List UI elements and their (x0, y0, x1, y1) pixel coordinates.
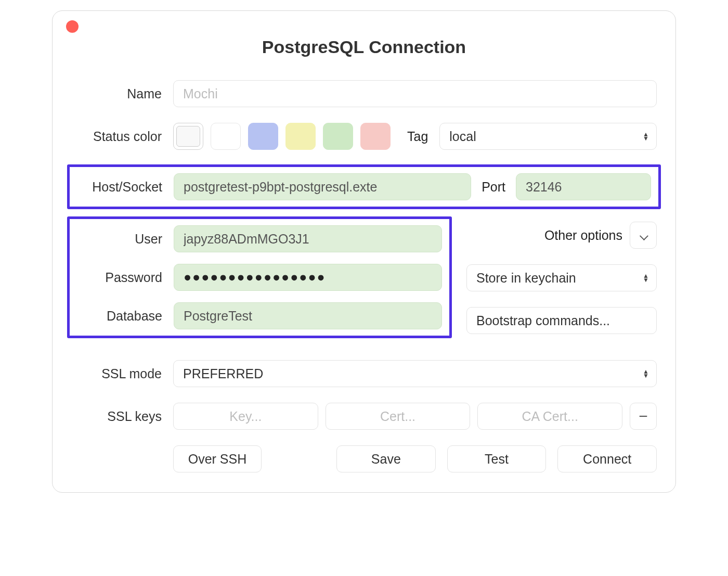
color-swatch-yellow[interactable] (285, 123, 316, 150)
test-button[interactable]: Test (447, 445, 547, 472)
name-input[interactable] (173, 80, 657, 107)
database-input[interactable] (174, 302, 442, 329)
ssl-cert-button[interactable]: Cert... (326, 403, 471, 430)
tag-label: Tag (407, 129, 428, 144)
user-label: User (72, 232, 174, 247)
bootstrap-commands-button[interactable]: Bootstrap commands... (466, 307, 657, 334)
ssl-mode-value: PREFERRED (183, 366, 263, 381)
chevron-down-icon (640, 228, 646, 243)
tag-value: local (449, 129, 476, 144)
host-input[interactable] (174, 173, 471, 200)
port-input[interactable] (516, 173, 651, 200)
minus-icon: − (639, 408, 648, 424)
database-label: Database (72, 309, 174, 324)
ssl-keys-remove-button[interactable]: − (630, 403, 657, 430)
color-swatch-white[interactable] (211, 123, 241, 150)
updown-icon: ▲▼ (643, 274, 649, 282)
name-label: Name (71, 86, 173, 101)
close-window-button[interactable] (66, 20, 79, 33)
password-input[interactable]: ●●●●●●●●●●●●●●●● (174, 264, 442, 291)
host-label: Host/Socket (72, 180, 174, 195)
port-label: Port (478, 180, 509, 195)
save-button[interactable]: Save (336, 445, 436, 472)
updown-icon: ▲▼ (643, 369, 649, 378)
color-swatch-selected[interactable] (173, 123, 203, 150)
dialog-title: PostgreSQL Connection (71, 37, 657, 57)
ssl-key-button[interactable]: Key... (173, 403, 318, 430)
other-options-toggle[interactable] (630, 222, 657, 249)
status-color-label: Status color (71, 129, 173, 144)
window-controls (66, 20, 79, 36)
ssl-mode-label: SSL mode (71, 366, 173, 381)
ssl-keys-label: SSL keys (71, 409, 173, 424)
user-input[interactable] (174, 225, 442, 252)
over-ssh-button[interactable]: Over SSH (173, 445, 262, 472)
connection-dialog: PostgreSQL Connection Name Status color … (52, 10, 676, 493)
updown-icon: ▲▼ (643, 132, 649, 140)
color-swatch-green[interactable] (323, 123, 353, 150)
credentials-highlight: User Password ●●●●●●●●●●●●●●●● Database (67, 216, 452, 338)
connect-button[interactable]: Connect (557, 445, 657, 472)
host-port-highlight: Host/Socket Port (67, 164, 661, 209)
password-storage-select[interactable]: Store in keychain ▲▼ (466, 264, 657, 291)
ssl-mode-select[interactable]: PREFERRED ▲▼ (173, 360, 657, 387)
password-label: Password (72, 270, 174, 285)
color-swatch-red[interactable] (360, 123, 391, 150)
other-options-label: Other options (544, 228, 622, 243)
ssl-ca-cert-button[interactable]: CA Cert... (477, 403, 622, 430)
tag-select[interactable]: local ▲▼ (439, 123, 657, 150)
color-swatch-blue[interactable] (248, 123, 278, 150)
password-storage-value: Store in keychain (476, 271, 576, 286)
